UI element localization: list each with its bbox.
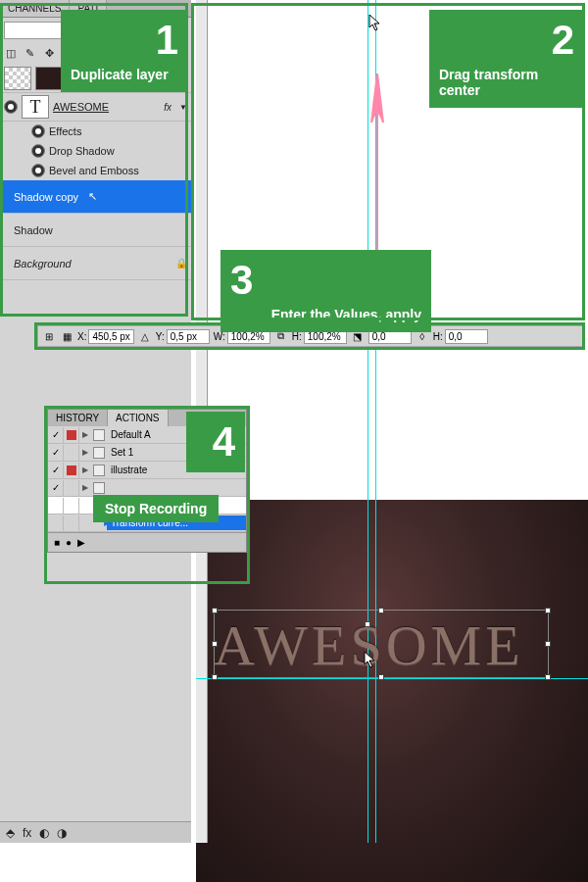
transform-handle[interactable]: [545, 641, 551, 647]
y-field[interactable]: 0,5 px: [167, 329, 210, 344]
effect-bevel-emboss[interactable]: Bevel and Emboss: [0, 161, 191, 180]
tab-actions[interactable]: ACTIONS: [108, 410, 168, 426]
folder-icon: [93, 447, 105, 459]
layer-row-shadow[interactable]: Shadow: [0, 214, 191, 247]
transform-handle[interactable]: [545, 608, 551, 613]
chevron-right-icon[interactable]: ▶: [79, 430, 91, 439]
folder-icon: [93, 482, 105, 494]
visibility-eye-icon[interactable]: [31, 124, 45, 138]
chevron-down-icon[interactable]: ▼: [179, 103, 187, 112]
tab-channels[interactable]: CHANNELS: [0, 0, 70, 17]
transform-handle[interactable]: [378, 674, 384, 680]
layer-row-shadow-copy[interactable]: Shadow copy ↖: [0, 180, 191, 214]
callout-4-label: Stop Recording: [93, 495, 219, 522]
layer-thumb: [35, 67, 63, 90]
callout-1: 1 Duplicate layer: [61, 10, 188, 92]
text-layer-thumb: T: [22, 95, 49, 119]
canvas-dark-region: [196, 500, 588, 882]
fx-badge[interactable]: fx: [160, 102, 175, 113]
visibility-eye-icon[interactable]: [31, 144, 45, 158]
actions-panel-footer: ■ ● ▶: [48, 532, 246, 552]
transform-bounding-box[interactable]: [214, 610, 549, 678]
folder-icon: [93, 465, 105, 476]
transform-handle[interactable]: [212, 641, 218, 647]
callout-2: 2 Drag transform center: [429, 10, 584, 108]
chevron-right-icon[interactable]: ▶: [79, 448, 91, 457]
callout-4: 4: [186, 412, 245, 472]
x-field[interactable]: 450,5 px: [88, 329, 133, 344]
reference-point-icon[interactable]: ⊞: [42, 329, 56, 343]
transform-center-point[interactable]: [365, 621, 370, 627]
transform-handle[interactable]: [212, 674, 218, 680]
play-icon[interactable]: ▶: [77, 537, 85, 548]
transform-handle[interactable]: [378, 608, 384, 613]
action-dialog-icon[interactable]: [64, 445, 79, 461]
layers-panel-footer: ⬘ fx ◐ ◑: [0, 821, 191, 843]
lock-move-icon[interactable]: ✥: [45, 47, 59, 61]
layer-row-background[interactable]: Background 🔒: [0, 247, 191, 280]
folder-icon: [93, 429, 105, 441]
layer-name: AWESOME: [53, 101, 109, 113]
action-dialog-icon[interactable]: [64, 463, 79, 478]
guide-horizontal[interactable]: [196, 678, 588, 679]
link-icon[interactable]: ⬘: [6, 826, 15, 840]
effect-drop-shadow[interactable]: Drop Shadow: [0, 141, 191, 161]
layer-thumb: [4, 67, 31, 90]
delta-icon[interactable]: △: [138, 329, 152, 343]
lock-brush-icon[interactable]: ✎: [25, 47, 39, 61]
record-icon[interactable]: ●: [66, 537, 72, 548]
cursor-icon: [368, 14, 382, 31]
action-checkbox[interactable]: [48, 463, 64, 478]
chevron-right-icon[interactable]: ▶: [79, 466, 91, 474]
action-checkbox[interactable]: [48, 427, 64, 443]
visibility-eye-icon[interactable]: [31, 164, 45, 177]
layer-name: Background: [4, 258, 72, 270]
action-checkbox[interactable]: [48, 480, 64, 496]
lock-transparent-icon[interactable]: ◫: [6, 47, 20, 61]
cursor-icon: [364, 651, 377, 668]
reference-point-grid-icon[interactable]: ▦: [60, 329, 74, 343]
visibility-eye-icon[interactable]: [4, 100, 18, 114]
tab-history[interactable]: HISTORY: [48, 410, 108, 426]
skew-h-field[interactable]: 0,0: [445, 329, 488, 344]
lock-icon: 🔒: [175, 258, 187, 269]
transform-handle[interactable]: [545, 674, 551, 680]
action-dialog-icon[interactable]: [64, 480, 79, 496]
layer-name: Shadow copy: [4, 191, 78, 203]
layer-row-awesome[interactable]: T AWESOME fx ▼: [0, 93, 191, 122]
action-checkbox[interactable]: [48, 445, 64, 461]
stop-icon[interactable]: ■: [54, 537, 60, 548]
transform-handle[interactable]: [212, 608, 218, 613]
chevron-right-icon[interactable]: ▶: [79, 483, 91, 492]
action-dialog-icon[interactable]: [64, 427, 79, 443]
adjustment-icon[interactable]: ◑: [57, 826, 67, 840]
cursor-pointer-icon: ↖: [88, 190, 97, 203]
callout-3: 3 Enter the Values, apply: [220, 250, 431, 332]
effects-header[interactable]: Effects: [0, 122, 191, 141]
fx-icon[interactable]: fx: [23, 826, 31, 840]
mask-icon[interactable]: ◐: [39, 826, 49, 840]
layer-name: Shadow: [4, 224, 53, 236]
